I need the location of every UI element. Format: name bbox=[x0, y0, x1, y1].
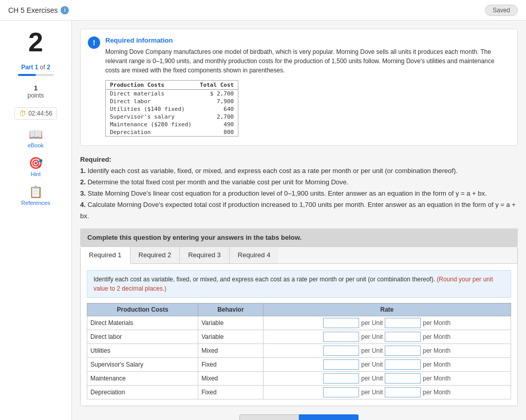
cost-label-dl: Direct labor bbox=[87, 330, 198, 343]
input-util-unit[interactable] bbox=[323, 346, 359, 356]
table-row: Direct labor Variable per Unit per Month bbox=[87, 330, 511, 343]
cost-label-maint: Maintenance bbox=[87, 371, 198, 385]
tab-required-1[interactable]: Required 1 bbox=[81, 247, 130, 264]
info-icon[interactable]: i bbox=[61, 6, 69, 14]
sidebar-tool-references[interactable]: 📋 References bbox=[21, 185, 50, 206]
cost-label-util: Utilities bbox=[87, 343, 198, 357]
cost-value-maint: 490 bbox=[196, 121, 238, 128]
cost-name-super: Supervisor's salary bbox=[106, 113, 196, 121]
req-item-2: 2. Determine the total fixed cost per mo… bbox=[80, 177, 518, 188]
cost-name-dm: Direct materials bbox=[106, 90, 196, 98]
tab-instruction: Identify each cost as variable, fixed, o… bbox=[87, 270, 511, 298]
per-unit-label-maint: per Unit bbox=[361, 375, 383, 382]
complete-banner: Complete this question by entering your … bbox=[80, 228, 518, 246]
col-header-total: Total Cost bbox=[196, 81, 238, 90]
cost-value-dl: 7,900 bbox=[196, 98, 238, 105]
part-info: Part 1 of 2 bbox=[21, 64, 50, 71]
saved-button[interactable]: Saved bbox=[485, 5, 518, 16]
points-value: 1 bbox=[34, 84, 37, 92]
input-util-month[interactable] bbox=[385, 346, 421, 356]
behavior-maint: Mixed bbox=[198, 371, 263, 385]
info-bang-icon: ! bbox=[88, 36, 100, 49]
cost-table: Production Costs Total Cost Direct mater… bbox=[106, 81, 238, 136]
table-row: Maintenance Mixed per Unit per Month bbox=[87, 371, 511, 385]
tab1-content: Identify each cost as variable, fixed, o… bbox=[81, 264, 517, 406]
input-maint-month[interactable] bbox=[385, 373, 421, 384]
input-dl-unit[interactable] bbox=[323, 332, 359, 342]
behavior-super: Fixed bbox=[198, 357, 263, 371]
nav-buttons: ‹ Required 1 Required 2 › bbox=[80, 414, 518, 420]
col-rate: Rate bbox=[263, 303, 511, 316]
sidebar-tool-ebook[interactable]: 📖 eBook bbox=[28, 128, 44, 148]
ebook-icon: 📖 bbox=[29, 128, 43, 141]
per-unit-label-depr: per Unit bbox=[361, 389, 383, 396]
table-row: Supervisor's Salary Fixed per Unit per M… bbox=[87, 357, 511, 371]
input-dm-month[interactable] bbox=[385, 318, 421, 328]
cost-row-depr: Depreciation 800 bbox=[106, 128, 238, 136]
req-item-1: 1. Identify each cost as variable, fixed… bbox=[80, 165, 518, 177]
table-row: Direct Materials Variable per Unit per M… bbox=[87, 316, 511, 330]
sidebar-tool-hint[interactable]: 🎯 Hint bbox=[29, 157, 43, 177]
input-super-unit[interactable] bbox=[323, 359, 359, 370]
per-unit-label-dm: per Unit bbox=[361, 319, 383, 327]
input-dl-month[interactable] bbox=[385, 332, 421, 342]
hint-label: Hint bbox=[31, 171, 41, 177]
cost-table-wrapper: Production Costs Total Cost Direct mater… bbox=[105, 80, 238, 137]
table-row: Utilities Mixed per Unit per Month bbox=[87, 343, 511, 357]
cost-value-dm: $ 2,700 bbox=[196, 90, 238, 98]
per-unit-label-super: per Unit bbox=[361, 361, 383, 368]
cost-row-super: Supervisor's salary 2,700 bbox=[106, 113, 238, 121]
ebook-label: eBook bbox=[28, 142, 44, 148]
header-title: CH 5 Exercises i bbox=[8, 6, 69, 14]
tabs-container: Required 1 Required 2 Required 3 Require… bbox=[80, 246, 518, 406]
prev-button[interactable]: ‹ Required 1 bbox=[239, 414, 299, 420]
cost-value-super: 2,700 bbox=[196, 113, 238, 121]
per-unit-label-dl: per Unit bbox=[361, 333, 383, 340]
table-row: Depreciation Fixed per Unit per Month bbox=[87, 385, 511, 399]
per-month-label-super: per Month bbox=[423, 361, 450, 368]
answer-table: Production Costs Behavior Rate Direct Ma… bbox=[87, 303, 511, 399]
input-dm-unit[interactable] bbox=[323, 318, 359, 328]
cost-value-depr: 800 bbox=[196, 128, 238, 136]
input-maint-unit[interactable] bbox=[323, 373, 359, 384]
part-label: Part bbox=[21, 64, 33, 71]
cost-value-util: 640 bbox=[196, 105, 238, 113]
req-item-4: 4. Calculate Morning Dove's expected tot… bbox=[80, 199, 518, 222]
main-content: ! Required information Morning Dove Comp… bbox=[72, 21, 526, 420]
per-month-label-dl: per Month bbox=[423, 333, 450, 340]
title-text: CH 5 Exercises bbox=[8, 6, 58, 14]
cost-name-dl: Direct labor bbox=[106, 98, 196, 105]
input-depr-unit[interactable] bbox=[323, 387, 359, 397]
cost-row-maint: Maintenance ($280 fixed) 490 bbox=[106, 121, 238, 128]
tab-required-2[interactable]: Required 2 bbox=[130, 247, 180, 263]
behavior-depr: Fixed bbox=[198, 385, 263, 399]
tab-required-4[interactable]: Required 4 bbox=[230, 247, 279, 263]
part-current: 1 bbox=[35, 64, 39, 71]
next-button[interactable]: Required 2 › bbox=[299, 414, 359, 420]
rate-super: per Unit per Month bbox=[263, 357, 511, 371]
per-month-label-maint: per Month bbox=[423, 375, 450, 382]
per-month-label-dm: per Month bbox=[423, 319, 450, 327]
rate-dm: per Unit per Month bbox=[263, 316, 511, 330]
col-production-costs: Production Costs bbox=[87, 303, 198, 316]
input-depr-month[interactable] bbox=[385, 387, 421, 397]
behavior-dm: Variable bbox=[198, 316, 263, 330]
per-month-label-util: per Month bbox=[423, 347, 450, 354]
input-super-month[interactable] bbox=[385, 359, 421, 370]
req-item-3: 3. State Morning Dove's linear cost equa… bbox=[80, 188, 518, 199]
per-month-label-depr: per Month bbox=[423, 389, 450, 396]
per-unit-label-util: per Unit bbox=[361, 347, 383, 354]
tabs-header: Required 1 Required 2 Required 3 Require… bbox=[81, 247, 517, 264]
progress-bar bbox=[18, 74, 36, 76]
rate-dl: per Unit per Month bbox=[263, 330, 511, 343]
cost-label-depr: Depreciation bbox=[87, 385, 198, 399]
tab-instruction-text: Identify each cost as variable, fixed, o… bbox=[93, 276, 435, 283]
cost-row-dm: Direct materials $ 2,700 bbox=[106, 90, 238, 98]
main-layout: 2 Part 1 of 2 1 points ⏱ 02:44:56 📖 eBoo… bbox=[0, 21, 526, 420]
sidebar: 2 Part 1 of 2 1 points ⏱ 02:44:56 📖 eBoo… bbox=[0, 21, 72, 420]
behavior-dl: Variable bbox=[198, 330, 263, 343]
rate-maint: per Unit per Month bbox=[263, 371, 511, 385]
rate-util: per Unit per Month bbox=[263, 343, 511, 357]
tab-required-3[interactable]: Required 3 bbox=[180, 247, 230, 263]
timer-value: 02:44:56 bbox=[28, 110, 52, 117]
